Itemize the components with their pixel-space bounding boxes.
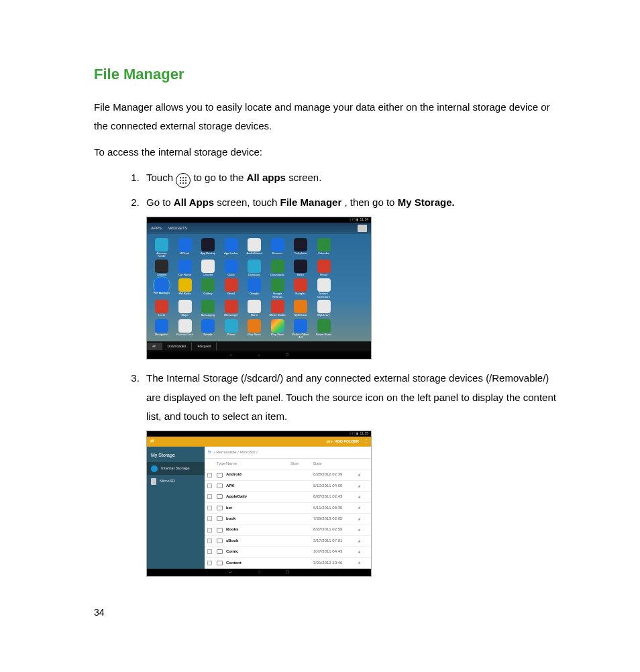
nav-home-icon[interactable]: ⌂ [258,352,260,359]
app-local[interactable]: Local [152,300,171,317]
app-icon [271,238,284,251]
file-row[interactable]: APK5/10/2011 04:00◢ [205,481,371,492]
status-time: 11:34 [360,217,368,223]
app-navigation[interactable]: Navigation [152,319,171,339]
app-audiowizard[interactable]: AudioWizard [245,238,264,258]
overflow-icon[interactable]: ⋮ [364,437,368,445]
add-folder-button[interactable]: 📁+ ADD FOLDER [326,438,359,445]
sidebar-item-internal[interactable]: Internal Storage [147,462,205,475]
app-instant-dictionary[interactable]: Instant Dictionary [315,278,333,298]
row-more-icon[interactable]: ◢ [354,526,360,533]
app-label: App Locker [224,252,238,255]
app-email[interactable]: Email [315,260,333,276]
row-more-icon[interactable]: ◢ [354,471,360,478]
col-date[interactable]: Date [313,460,354,467]
svg-point-2 [185,177,186,178]
file-row[interactable]: Comic10/7/2011 04:43◢ [205,547,371,557]
app-parental-lock[interactable]: Parental Lock [176,319,195,339]
app-messenger[interactable]: Messenger [222,300,241,317]
checkbox[interactable] [207,549,212,554]
app-chrome[interactable]: Chrome [199,260,217,276]
checkbox[interactable] [207,561,212,565]
tab-apps[interactable]: APPS [151,225,162,232]
breadcrumb-path[interactable]: / Removable / MicroSD / [214,449,258,456]
app-mybitcast[interactable]: MyBitCast [291,300,310,317]
checkbox[interactable] [207,506,212,510]
app-messaging[interactable]: Messaging [199,300,217,317]
nav-recent-icon[interactable]: ☐ [286,569,289,576]
col-size[interactable]: Size [290,460,313,467]
app-calendar[interactable]: Calendar [315,238,333,258]
nav-back-icon[interactable]: ⤶ [229,352,232,359]
row-more-icon[interactable]: ◢ [354,516,360,522]
app-polaris-office-4-0[interactable]: Polaris Office 4.0 [291,319,310,339]
app-gallery[interactable]: Gallery [199,278,217,298]
col-name[interactable]: Name [226,460,290,467]
app-clock[interactable]: Clock [222,260,241,276]
file-date: 6/28/2012 02:39 [313,471,354,478]
app-maps[interactable]: Maps [176,300,195,317]
app-power-saver[interactable]: Power Saver [315,319,333,339]
row-more-icon[interactable]: ◢ [354,504,360,511]
app-movie-studio[interactable]: Movie Studio [268,300,287,317]
tab-widgets[interactable]: WIDGETS [168,225,187,232]
row-more-icon[interactable]: ◢ [354,538,360,545]
app-mylibrary[interactable]: MyLibrary [315,300,333,317]
filter-frequent[interactable]: Frequent [192,343,217,351]
app-file-manager[interactable]: File Manager [152,278,171,298]
file-row[interactable]: AppleDaily8/27/2011 02:43◢ [205,492,371,502]
checkbox[interactable] [207,473,212,478]
checkbox[interactable] [207,528,212,533]
filter-all[interactable]: All [147,343,162,351]
app-fm-radio[interactable]: FM Radio [176,278,195,298]
app-camera[interactable]: Camera [152,260,171,276]
app-icon [225,300,238,313]
shop-icon[interactable] [358,225,367,232]
app-label: Dictionary [248,274,261,276]
checkbox[interactable] [207,484,212,488]
nav-recent-icon[interactable]: ☐ [286,352,288,359]
file-row[interactable]: book7/29/2013 02:05◢ [205,514,371,524]
app-mirror[interactable]: Mirror [245,300,264,317]
row-more-icon[interactable]: ◢ [354,549,360,555]
file-row[interactable]: bcr5/11/2011 08:35◢ [205,503,371,514]
refresh-icon[interactable]: ↻ [208,449,211,456]
sidebar-item-microsd[interactable]: MicroSD [147,475,205,488]
app-calculator[interactable]: Calculator [291,238,310,258]
file-row[interactable]: Books8/27/2011 02:59◢ [205,524,371,535]
app-gmail[interactable]: Gmail [222,278,241,298]
app-google-settings[interactable]: Google Settings [268,278,287,298]
app-google[interactable]: Google [245,278,264,298]
file-row[interactable]: Android6/28/2012 02:39◢ [205,469,371,480]
app-amazon-kindle[interactable]: Amazon Kindle [152,238,171,258]
file-row[interactable]: Content3/21/2012 23:46◢ [205,558,371,569]
filter-downloaded[interactable]: Downloaded [162,343,193,351]
app-browser[interactable]: Browser [268,238,287,258]
row-more-icon[interactable]: ◢ [354,494,360,500]
app-google-[interactable]: Google+ [291,278,310,298]
col-type[interactable]: Type [217,460,226,467]
app-app-locker[interactable]: App Locker [222,238,241,258]
app-label: Gallery [203,292,212,295]
app-aolink[interactable]: AOLink [176,238,195,258]
row-more-icon[interactable]: ◢ [354,559,360,566]
app-label: App Backup [201,252,216,255]
app-people[interactable]: People [199,319,217,339]
app-phone[interactable]: Phone [222,319,241,339]
nav-home-icon[interactable]: ⌂ [258,569,260,576]
app-play-store[interactable]: Play Store [268,319,287,339]
app-dictionary[interactable]: Dictionary [245,260,264,276]
file-name: AppleDaily [226,493,290,500]
app-play-music[interactable]: Play Music [245,319,264,339]
app-app-backup[interactable]: App Backup [199,238,217,258]
nav-back-icon[interactable]: ⤶ [229,569,232,576]
file-row[interactable]: cBook3/17/2011 07:01◢ [205,536,371,547]
row-more-icon[interactable]: ◢ [354,483,360,490]
checkbox[interactable] [207,494,212,499]
app-echo[interactable]: Echo [291,260,310,276]
checkbox[interactable] [207,516,212,521]
app-downloads[interactable]: Downloads [268,260,287,276]
app-icon [225,278,238,292]
app-car-home[interactable]: Car Home [176,260,195,276]
checkbox[interactable] [207,539,212,543]
